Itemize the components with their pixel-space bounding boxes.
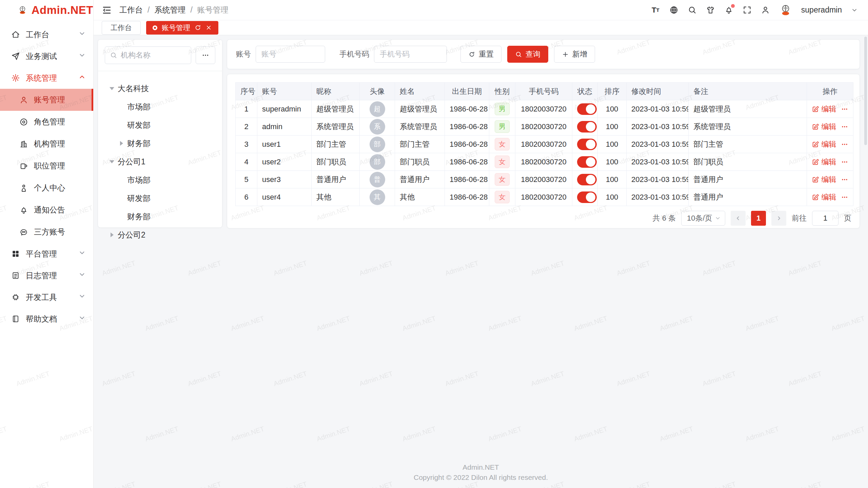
table-row[interactable]: 1 superadmin 超级管理员 超 超级管理员 1986-06-28 男 …: [236, 100, 853, 118]
tree-node[interactable]: 市场部: [105, 171, 215, 189]
sidebar-item-third-party-account[interactable]: 三方账号: [0, 221, 93, 243]
prev-page-button[interactable]: [731, 211, 746, 226]
more-actions-button[interactable]: [841, 140, 849, 148]
phone-field-label: 手机号码: [339, 49, 369, 59]
menu-fold-icon[interactable]: [102, 5, 112, 15]
breadcrumb-item[interactable]: 系统管理: [154, 5, 185, 15]
org-search-input[interactable]: [121, 51, 186, 60]
cell-gender: 女: [489, 153, 515, 171]
search-icon: [110, 52, 117, 59]
next-page-button[interactable]: [771, 211, 786, 226]
status-toggle[interactable]: [577, 156, 597, 168]
notification-bell-icon[interactable]: [724, 5, 733, 15]
phone-input[interactable]: [374, 46, 447, 63]
status-toggle[interactable]: [577, 191, 597, 203]
reset-button[interactable]: 重置: [460, 46, 501, 63]
tab-close-icon[interactable]: [205, 24, 212, 31]
add-button[interactable]: 新增: [554, 46, 595, 63]
chevron-up-icon: [78, 73, 86, 83]
tree-node[interactable]: 市场部: [105, 98, 215, 116]
status-toggle[interactable]: [577, 103, 597, 115]
cell-nickname: 系统管理员: [312, 118, 360, 136]
sidebar-item-position-management[interactable]: 职位管理: [0, 155, 93, 177]
status-toggle[interactable]: [577, 139, 597, 150]
sidebar-item-business-test[interactable]: 业务测试: [0, 45, 93, 67]
edit-button[interactable]: 编辑: [812, 157, 836, 167]
tree-node[interactable]: 分公司2: [105, 226, 215, 244]
cell-birthdate: 1986-06-28: [445, 118, 489, 136]
cell-no: 5: [236, 171, 257, 188]
sidebar-item-role-management[interactable]: 角色管理: [0, 111, 93, 133]
sidebar-item-platform-management[interactable]: 平台管理: [0, 243, 93, 265]
tree-caret-icon[interactable]: [118, 141, 125, 146]
more-actions-button[interactable]: [841, 193, 849, 201]
org-tree-panel: 大名科技市场部研发部财务部分公司1市场部研发部财务部分公司2: [98, 39, 222, 228]
tab-account-management[interactable]: 账号管理: [146, 21, 218, 35]
sidebar-item-log-management[interactable]: 日志管理: [0, 265, 93, 286]
user-avatar[interactable]: [779, 4, 792, 17]
edit-button[interactable]: 编辑: [812, 175, 836, 185]
edit-button[interactable]: 编辑: [812, 104, 836, 114]
tree-caret-icon[interactable]: [108, 232, 116, 237]
status-toggle[interactable]: [577, 121, 597, 133]
profile-icon[interactable]: [761, 5, 770, 15]
tree-node[interactable]: 研发部: [105, 189, 215, 207]
sidebar-item-personal-center[interactable]: 个人中心: [0, 177, 93, 199]
ellipsis-icon: [841, 193, 849, 201]
fullscreen-icon[interactable]: [743, 5, 752, 15]
tree-node[interactable]: 财务部: [105, 134, 215, 152]
language-icon[interactable]: [669, 5, 678, 15]
account-input[interactable]: [256, 46, 325, 63]
tree-node-label: 大名科技: [118, 83, 149, 94]
tree-caret-icon[interactable]: [108, 87, 116, 90]
table-row[interactable]: 4 user2 部门职员 部 部门职员 1986-06-28 女 1802003…: [236, 153, 853, 171]
cell-birthdate: 1986-06-28: [445, 136, 489, 153]
page-number-current[interactable]: 1: [751, 211, 766, 226]
org-more-button[interactable]: [196, 46, 215, 64]
tab-refresh-icon[interactable]: [195, 24, 201, 31]
edit-icon: [812, 176, 819, 183]
tree-node[interactable]: 研发部: [105, 116, 215, 134]
font-size-icon[interactable]: TT: [651, 5, 660, 15]
username[interactable]: superadmin: [801, 5, 842, 15]
goto-page-input[interactable]: [812, 211, 839, 226]
theme-shirt-icon[interactable]: [706, 5, 715, 15]
cell-birthdate: 1986-06-28: [445, 171, 489, 188]
sidebar-item-account-management[interactable]: 账号管理: [0, 89, 93, 111]
user-menu-chevron-icon[interactable]: [851, 7, 858, 14]
more-actions-button[interactable]: [841, 123, 849, 131]
tree-node-label: 分公司2: [118, 230, 145, 240]
table-row[interactable]: 6 user4 其他 其 其他 1986-06-28 女 18020030720…: [236, 188, 853, 206]
search-icon[interactable]: [688, 5, 697, 15]
table-row[interactable]: 3 user1 部门主管 部 部门主管 1986-06-28 女 1802003…: [236, 136, 853, 153]
tab-label: 账号管理: [162, 23, 190, 33]
more-actions-button[interactable]: [841, 105, 849, 113]
table-row[interactable]: 2 admin 系统管理员 系 系统管理员 1986-06-28 男 18020…: [236, 118, 853, 136]
logo[interactable]: Admin.NET: [0, 0, 93, 20]
tree-node[interactable]: 大名科技: [105, 79, 215, 98]
sidebar-item-org-management[interactable]: 机构管理: [0, 133, 93, 155]
breadcrumb-item[interactable]: 工作台: [119, 5, 143, 15]
edit-button[interactable]: 编辑: [812, 122, 836, 132]
tree-node[interactable]: 财务部: [105, 207, 215, 226]
tree-node[interactable]: 分公司1: [105, 152, 215, 171]
search-button[interactable]: 查询: [507, 46, 548, 63]
table-row[interactable]: 5 user3 普通用户 普 普通用户 1986-06-28 女 1802003…: [236, 171, 853, 188]
scrollbar-thumb[interactable]: [864, 37, 867, 145]
edit-button[interactable]: 编辑: [812, 139, 836, 149]
edit-button[interactable]: 编辑: [812, 192, 836, 202]
send-icon: [11, 52, 20, 61]
sidebar-item-notice[interactable]: 通知公告: [0, 199, 93, 221]
tree-caret-icon[interactable]: [108, 160, 116, 163]
sidebar-item-help-docs[interactable]: 帮助文档: [0, 308, 93, 330]
sidebar: Admin.NET 工作台 业务测试 系统管理 账号管理: [0, 0, 94, 488]
sidebar-item-workbench[interactable]: 工作台: [0, 24, 93, 45]
tab-workbench[interactable]: 工作台: [102, 21, 141, 35]
plus-icon: [562, 51, 569, 58]
more-actions-button[interactable]: [841, 158, 849, 166]
status-toggle[interactable]: [577, 174, 597, 185]
sidebar-item-system-management[interactable]: 系统管理: [0, 67, 93, 89]
more-actions-button[interactable]: [841, 176, 849, 184]
sidebar-item-dev-tools[interactable]: 开发工具: [0, 286, 93, 308]
page-size-select[interactable]: 10条/页: [681, 211, 725, 226]
